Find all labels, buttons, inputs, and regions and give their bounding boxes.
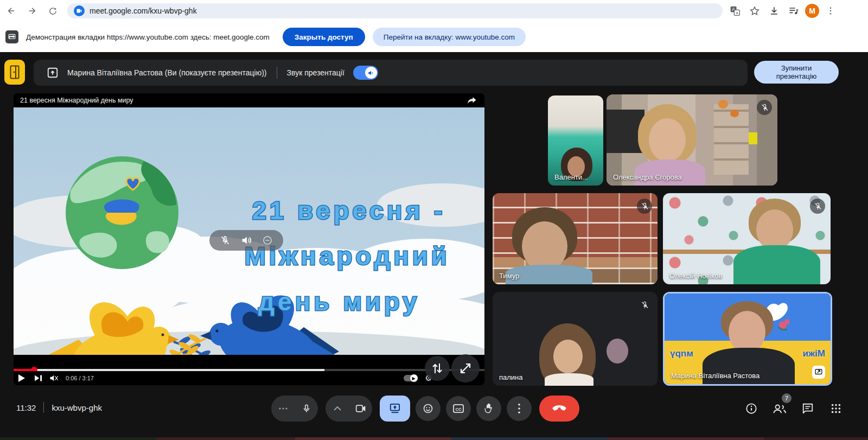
people-icon [773, 403, 787, 415]
people-panel-button[interactable]: 7 [773, 398, 787, 419]
participant-tile-oleksii[interactable]: Олексій Новіков [663, 193, 831, 284]
person-body [703, 348, 795, 386]
translate-button[interactable]: A a [727, 3, 743, 19]
captions-button[interactable]: CC [446, 396, 471, 421]
video-controls-bar: 0:06 / 3:17 ▶ ⚙ [14, 371, 484, 385]
back-button[interactable] [2, 2, 21, 20]
clock: 11:32 [16, 403, 36, 412]
next-track-button[interactable] [30, 372, 46, 385]
play-icon [18, 374, 25, 382]
chat-icon [802, 403, 814, 415]
end-call-button[interactable] [539, 396, 579, 422]
stop-presentation-line2: презентацію [776, 72, 817, 80]
flag-mirrored-text-right: ижіМ [803, 348, 825, 359]
mic-off-icon [641, 301, 649, 309]
person-face [756, 209, 793, 251]
fullscreen-button[interactable] [451, 354, 480, 382]
unpin-button[interactable] [220, 235, 231, 246]
volume-muted-icon [49, 374, 59, 382]
browser-toolbar: meet.google.com/kxu-wbvp-ghk A a [0, 0, 868, 22]
divider [277, 67, 277, 79]
more-options-button[interactable] [507, 396, 532, 421]
volume-muted-button[interactable] [46, 372, 62, 385]
shelf-toy [718, 100, 728, 109]
mic-off-icon [641, 202, 649, 211]
next-icon [35, 375, 42, 381]
participant-name: Олександра Єгорова [613, 173, 682, 181]
reload-button[interactable] [43, 2, 62, 20]
door-icon [10, 65, 20, 79]
translate-icon: A a [730, 5, 741, 16]
profile-avatar[interactable]: M [805, 4, 819, 18]
participant-name: Тимур [499, 272, 519, 280]
forward-button[interactable] [23, 2, 41, 20]
downloads-button[interactable] [766, 3, 782, 19]
person-face [649, 118, 686, 162]
participant-name: Марина Віталіївна Растова [671, 372, 760, 380]
reactions-button[interactable] [416, 396, 441, 421]
presenter-label: Марина Віталіївна Растова (Ви (показуєте… [67, 68, 267, 77]
mic-off-icon [761, 104, 769, 112]
presentation-info-bar: Марина Віталіївна Растова (Ви (показуєте… [34, 60, 748, 86]
earth-illustration [66, 156, 178, 269]
address-bar[interactable]: meet.google.com/kxu-wbvp-ghk [67, 3, 723, 18]
meeting-code[interactable]: kxu-wbvp-ghk [52, 403, 102, 412]
presentation-audio-toggle[interactable] [353, 66, 378, 80]
shared-content-overlay-toolbar [209, 230, 283, 251]
participant-name: Валенти... [554, 173, 588, 181]
participant-video [493, 292, 658, 386]
back-icon [7, 6, 16, 16]
info-icon [745, 403, 757, 415]
activities-button[interactable] [829, 398, 843, 419]
goto-tab-button[interactable]: Перейти на вкладку: www.youtube.com [373, 28, 526, 46]
bookmark-button[interactable] [746, 3, 763, 19]
chat-panel-button[interactable] [801, 398, 815, 419]
audio-share-button[interactable] [240, 234, 252, 246]
browser-menu-button[interactable] [822, 3, 839, 19]
stop-presentation-button[interactable]: Зупинити презентацію [754, 61, 839, 84]
video-share-button[interactable] [467, 97, 477, 104]
shared-video-panel: 21 вересня Міжнародний день миру [14, 93, 484, 385]
media-control-button[interactable] [786, 3, 802, 19]
presenting-icon [815, 368, 822, 376]
participant-video [548, 95, 603, 186]
autoplay-toggle[interactable]: ▶ [404, 375, 418, 381]
call-end-icon [552, 405, 566, 412]
slide-line3: день миру [258, 287, 420, 316]
camera-control [326, 396, 372, 422]
meeting-details-button[interactable] [744, 398, 758, 419]
mic-muted-indicator [810, 199, 825, 214]
slide-title-text: 21 вересня - Міжнародний день миру [245, 196, 450, 316]
share-banner-message: Демонстрация вкладки https://www.youtube… [26, 33, 270, 41]
participant-tile-tymur[interactable]: Тимур [493, 193, 658, 284]
flag-mirrored-text-left: үqnм [670, 348, 693, 359]
participant-tile-palyna[interactable]: палина [493, 292, 658, 386]
present-now-button-active[interactable] [380, 396, 410, 422]
mic-control [271, 396, 318, 422]
camera-options-button[interactable] [326, 396, 349, 422]
participant-tile-valentyna[interactable]: Валенти... [548, 95, 603, 186]
participant-tile-maryna-self[interactable]: үqnм ижіМ Марина Віталіївна Растова [663, 292, 832, 386]
mic-options-button[interactable] [271, 396, 295, 422]
reload-icon [48, 7, 58, 16]
raise-hand-button[interactable] [476, 396, 501, 421]
mic-toggle-button[interactable] [295, 396, 318, 422]
participant-name: палина [499, 373, 523, 381]
shelf-toy [730, 110, 739, 117]
up-down-arrows-icon [432, 362, 443, 374]
leave-room-button[interactable] [4, 60, 25, 85]
swap-layout-button[interactable] [425, 356, 450, 381]
meet-camera-icon [74, 5, 85, 16]
participant-video [663, 193, 831, 284]
participant-video [493, 193, 658, 284]
url-text: meet.google.com/kxu-wbvp-ghk [90, 7, 197, 15]
remove-tile-button[interactable] [262, 235, 273, 246]
play-button[interactable] [14, 372, 30, 385]
unpin-icon [220, 235, 231, 246]
person-face [522, 221, 567, 271]
stop-sharing-button[interactable]: Закрыть доступ [283, 28, 365, 46]
person-face [729, 311, 765, 353]
camera-toggle-button[interactable] [349, 396, 372, 422]
participant-tile-oleksandra[interactable]: Олександра Єгорова [607, 94, 777, 186]
stop-presentation-line1: Зупинити [781, 64, 812, 72]
